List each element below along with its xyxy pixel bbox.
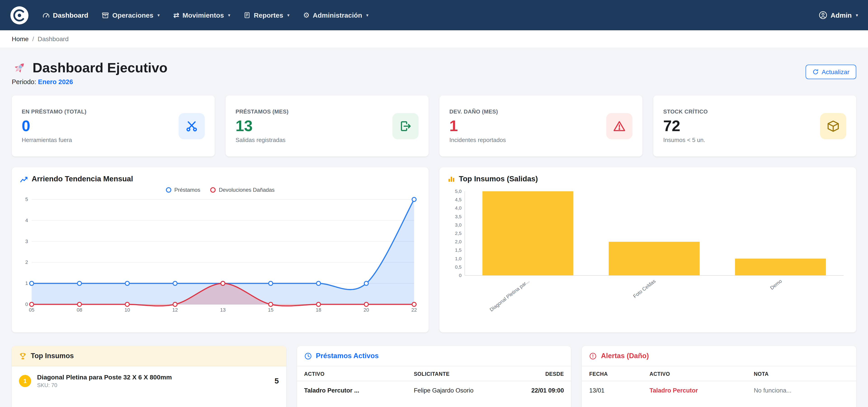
stat-value: 72 (663, 117, 708, 135)
clock-icon (304, 352, 312, 360)
svg-text:4,5: 4,5 (455, 197, 462, 202)
nav-label: Reportes (254, 11, 283, 19)
nav-item-reportes[interactable]: Reportes ▾ (239, 7, 295, 23)
nav-label: Operaciones (112, 11, 153, 19)
page-header: Dashboard Ejecutivo Periodo: Enero 2026 … (12, 60, 856, 86)
column-header: DESDE (502, 366, 571, 381)
stat-value: 13 (236, 117, 288, 135)
column-header: FECHA (582, 366, 643, 381)
cell-activo-link[interactable]: Taladro Percutor (643, 381, 747, 400)
svg-text:18: 18 (316, 307, 321, 313)
table-row[interactable]: 13/01 Taladro Percutor No funciona... (582, 381, 856, 400)
stat-card-en-prestamo: EN PRÉSTAMO (TOTAL) 0 Herramientas fuera (12, 95, 215, 156)
app-logo[interactable] (10, 6, 29, 25)
svg-text:Demo: Demo (769, 278, 783, 291)
main-content: Dashboard Ejecutivo Periodo: Enero 2026 … (0, 60, 868, 407)
svg-text:4: 4 (25, 218, 28, 223)
svg-text:12: 12 (172, 307, 178, 313)
insumo-qty: 5 (274, 376, 279, 385)
insumo-sku: SKU: 70 (37, 382, 172, 388)
nav-label: Movimientos (182, 11, 224, 19)
stat-subtitle: Herramientas fuera (22, 136, 87, 143)
logo-icon (10, 6, 29, 25)
legend-marker-icon (166, 187, 171, 193)
cell-nota: No funciona... (747, 381, 856, 400)
rocket-icon (12, 60, 27, 75)
svg-text:Foto Celdas: Foto Celdas (632, 278, 657, 299)
chart-title: Arriendo Tendencia Mensual (32, 175, 133, 183)
stat-iconbox (606, 113, 632, 139)
list-item[interactable]: 1 Diagonal Pletina para Poste 32 X 6 X 8… (12, 366, 286, 396)
svg-text:Diagonal Pletina par...: Diagonal Pletina par... (489, 278, 530, 312)
line-chart-card: Arriendo Tendencia Mensual Préstamos Dev… (12, 167, 429, 333)
nav-item-movimientos[interactable]: ⇄ Movimientos ▾ (168, 7, 236, 23)
svg-text:0: 0 (25, 302, 28, 307)
svg-text:1: 1 (25, 280, 28, 286)
nav-menu: Dashboard Operaciones ▾ ⇄ Movimientos ▾ (37, 7, 819, 23)
page-title: Dashboard Ejecutivo (33, 60, 167, 75)
breadcrumb-current: Dashboard (38, 35, 69, 42)
stat-iconbox (179, 113, 205, 139)
svg-text:0: 0 (459, 273, 462, 278)
chevron-down-icon: ▾ (228, 13, 230, 18)
svg-text:13: 13 (220, 307, 225, 313)
svg-text:10: 10 (125, 307, 130, 313)
box-arrow-right-icon (399, 119, 412, 133)
line-chart: 012345050810121315182022 (20, 195, 421, 316)
stat-label: PRÉSTAMOS (MES) (236, 109, 288, 115)
svg-text:2,5: 2,5 (455, 231, 462, 236)
period-label: Periodo: (12, 78, 36, 86)
stat-card-stock-critico: STOCK CRÍTICO 72 Insumos < 5 un. (653, 95, 856, 156)
warning-triangle-icon (613, 119, 626, 133)
svg-text:2: 2 (25, 259, 28, 265)
rank-badge: 1 (19, 375, 31, 387)
breadcrumb-home-link[interactable]: Home (12, 35, 29, 42)
svg-text:22: 22 (411, 307, 417, 313)
user-menu[interactable]: Admin ▾ (819, 11, 858, 20)
stat-card-prestamos-mes: PRÉSTAMOS (MES) 13 Salidas registradas (225, 95, 429, 156)
nav-item-administracion[interactable]: ⚙ Administración ▾ (298, 7, 374, 23)
table-row[interactable]: Taladro Percutor ... Felipe Gajardo Osor… (297, 381, 571, 400)
svg-text:4,0: 4,0 (455, 205, 462, 211)
package-icon (827, 119, 840, 133)
nav-item-operaciones[interactable]: Operaciones ▾ (96, 7, 165, 23)
box-icon (102, 11, 109, 19)
svg-text:3: 3 (25, 239, 28, 244)
stat-value: 0 (22, 117, 87, 135)
nav-label: Administración (313, 11, 362, 19)
bar-chart-card: Top Insumos (Salidas) 00,51,01,52,02,53,… (439, 167, 856, 333)
top-navbar: Dashboard Operaciones ▾ ⇄ Movimientos ▾ (0, 0, 868, 30)
nav-item-dashboard[interactable]: Dashboard (37, 7, 94, 23)
refresh-button[interactable]: Actualizar (805, 65, 856, 79)
svg-text:1,5: 1,5 (455, 247, 462, 253)
chart-legend: Préstamos Devoluciones Dañadas (20, 187, 421, 193)
stat-subtitle: Insumos < 5 un. (663, 136, 708, 143)
prestamos-table: ACTIVO SOLICITANTE DESDE Taladro Percuto… (297, 366, 571, 400)
svg-text:2,0: 2,0 (455, 239, 462, 244)
chevron-down-icon: ▾ (157, 13, 160, 18)
chevron-down-icon: ▾ (287, 13, 289, 18)
stat-iconbox (820, 113, 846, 139)
svg-text:08: 08 (76, 307, 82, 313)
legend-item-prestamos[interactable]: Préstamos (166, 187, 200, 193)
period-text: Periodo: Enero 2026 (12, 78, 167, 86)
journal-icon (244, 12, 251, 19)
svg-text:20: 20 (364, 307, 369, 313)
gear-icon: ⚙ (303, 11, 310, 19)
cell-activo: Taladro Percutor ... (297, 381, 406, 400)
svg-text:5: 5 (25, 196, 28, 202)
svg-text:15: 15 (268, 307, 273, 313)
nav-label: Dashboard (53, 11, 88, 19)
column-header: ACTIVO (643, 366, 747, 381)
prestamos-activos-card: Préstamos Activos ACTIVO SOLICITANTE DES… (297, 346, 571, 407)
legend-item-devoluciones[interactable]: Devoluciones Dañadas (210, 187, 275, 193)
chevron-down-icon: ▾ (856, 13, 858, 18)
cell-solicitante: Felipe Gajardo Osorio (407, 381, 503, 400)
trophy-icon (19, 352, 27, 360)
refresh-icon (812, 69, 818, 75)
column-header: ACTIVO (297, 366, 406, 381)
cell-desde: 22/01 09:00 (502, 381, 571, 400)
legend-marker-icon (210, 187, 216, 193)
period-value: Enero 2026 (38, 78, 73, 86)
speedometer-icon (42, 11, 50, 19)
